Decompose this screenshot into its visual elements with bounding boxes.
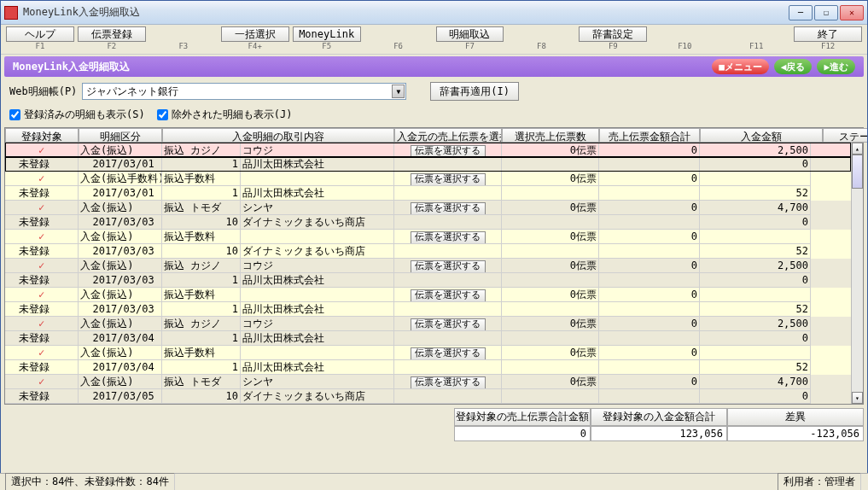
cell: 入金(振込): [79, 230, 162, 244]
cell: 振込手数料: [162, 230, 241, 244]
table-row[interactable]: 未登録 2017/03/0310ダイナミックまるいち商店0: [5, 215, 851, 230]
app-icon: [4, 6, 18, 20]
cell: ✓: [5, 143, 79, 158]
table-row[interactable]: ✓入金(振込手数料)振込手数料伝票を選択する0伝票0: [5, 172, 851, 186]
fkey-f4+-button[interactable]: 一括選択: [221, 26, 289, 42]
table-row[interactable]: 未登録 2017/03/041品川太田株式会社52: [5, 360, 851, 375]
show-registered-checkbox[interactable]: [9, 109, 20, 120]
maximize-button[interactable]: ☐: [814, 5, 838, 20]
cell: [241, 288, 394, 302]
display-options: 登録済みの明細も表示(S) 除外された明細も表示(J): [1, 104, 867, 125]
table-row[interactable]: 未登録 2017/03/041品川太田株式会社0: [5, 331, 851, 346]
select-slip-button[interactable]: 伝票を選択する: [411, 318, 486, 331]
column-header[interactable]: ステータス: [823, 128, 868, 143]
cell: [394, 215, 502, 230]
select-slip-button[interactable]: 伝票を選択する: [411, 202, 486, 215]
cell: 2017/03/03: [79, 215, 162, 230]
scroll-down-button[interactable]: ▾: [852, 392, 863, 404]
minimize-button[interactable]: ─: [789, 5, 813, 20]
nav-back-button[interactable]: ◀戻る: [774, 59, 813, 74]
table-row[interactable]: ✓入金(振込)振込 カジノコウジ伝票を選択する0伝票02,500: [5, 259, 851, 273]
column-header[interactable]: 入金金額: [700, 128, 823, 143]
bank-select[interactable]: [82, 83, 406, 100]
fkey-f12-button[interactable]: 終了: [794, 26, 862, 42]
table-row[interactable]: ✓入金(振込)振込手数料伝票を選択する0伝票0: [5, 230, 851, 244]
show-excluded-checkbox[interactable]: [157, 109, 168, 120]
status-selection-count: 選択中：84件、未登録件数：84件: [5, 473, 175, 490]
table-row[interactable]: ✓入金(振込)振込 カジノコウジ伝票を選択する0伝票02,500: [5, 317, 851, 331]
table-row[interactable]: 未登録 2017/03/031品川太田株式会社52: [5, 302, 851, 317]
column-header[interactable]: 入金元の売上伝票を選択: [394, 128, 502, 143]
fkey-f5-button[interactable]: MoneyLink: [293, 26, 361, 42]
cell: 10: [162, 215, 241, 230]
table-row[interactable]: ✓入金(振込)振込手数料伝票を選択する0伝票0: [5, 346, 851, 360]
column-header[interactable]: 売上伝票金額合計: [599, 128, 700, 143]
cell: ✓: [5, 288, 79, 302]
table-row[interactable]: ✓入金(振込)振込 トモダシンヤ伝票を選択する0伝票04,700: [5, 375, 851, 389]
cell: 未登録: [5, 360, 79, 375]
cell: 2,500: [700, 259, 811, 273]
cell: 入金(振込): [79, 346, 162, 360]
table-row[interactable]: ✓入金(振込)振込 カジノコウジ伝票を選択する0伝票02,500: [5, 143, 851, 157]
cell: [241, 230, 394, 244]
column-header[interactable]: 入金明細の取引内容: [162, 128, 394, 143]
cell: [502, 215, 599, 230]
fkey-f9-button[interactable]: 辞書設定: [579, 26, 647, 42]
column-header[interactable]: 明細区分: [79, 128, 162, 143]
table-row[interactable]: 未登録 2017/03/0510ダイナミックまるいち商店0: [5, 389, 851, 404]
cell: 品川太田株式会社: [241, 186, 394, 201]
cell: 未登録: [5, 215, 79, 230]
cell: 未登録: [5, 389, 79, 404]
table-row[interactable]: 未登録 2017/03/011品川太田株式会社0: [5, 157, 851, 172]
fkey-f2-button[interactable]: 伝票登録: [78, 26, 146, 42]
cell: 1: [162, 302, 241, 317]
show-excluded-check[interactable]: 除外された明細も表示(J): [157, 108, 293, 122]
cell: 伝票を選択する: [394, 172, 502, 186]
cell: 振込 カジノ: [162, 259, 241, 273]
select-slip-button[interactable]: 伝票を選択する: [411, 173, 486, 186]
fkey-f7-button[interactable]: 明細取込: [436, 26, 504, 42]
nav-forward-button[interactable]: ▶進む: [817, 59, 855, 74]
reapply-dictionary-button[interactable]: 辞書再適用(I): [430, 82, 519, 101]
window-title: MoneyLink入金明細取込: [23, 5, 789, 20]
select-slip-button[interactable]: 伝票を選択する: [411, 376, 486, 389]
cell: 伝票を選択する: [394, 375, 502, 389]
check-icon: ✓: [38, 201, 44, 213]
web-detail-label: Web明細帳(P): [9, 85, 77, 99]
dropdown-icon[interactable]: ▼: [392, 85, 405, 98]
fkey-label: F6: [393, 42, 403, 52]
check-icon: ✓: [38, 376, 44, 388]
column-header[interactable]: 選択売上伝票数: [502, 128, 599, 143]
select-slip-button[interactable]: 伝票を選択する: [411, 145, 486, 158]
cell: 2017/03/04: [79, 360, 162, 375]
table-row[interactable]: 未登録 2017/03/031品川太田株式会社0: [5, 273, 851, 288]
cell: 0伝票: [502, 201, 599, 215]
select-slip-button[interactable]: 伝票を選択する: [411, 347, 486, 360]
column-header[interactable]: 登録対象: [5, 128, 79, 143]
cell: 振込 カジノ: [162, 143, 241, 158]
select-slip-button[interactable]: 伝票を選択する: [411, 260, 486, 273]
cell: 未登録: [5, 331, 79, 346]
fkey-f1-button[interactable]: ヘルプ: [6, 26, 74, 42]
cell: [700, 230, 811, 244]
select-slip-button[interactable]: 伝票を選択する: [411, 231, 486, 244]
show-registered-check[interactable]: 登録済みの明細も表示(S): [9, 108, 145, 122]
cell: 品川太田株式会社: [241, 360, 394, 375]
window-controls: ─ ☐ ✕: [789, 5, 864, 20]
cell: 伝票を選択する: [394, 317, 502, 331]
scroll-up-button[interactable]: ▴: [852, 143, 863, 155]
table-row[interactable]: 未登録 2017/03/0310ダイナミックまるいち商店52: [5, 244, 851, 259]
table-row[interactable]: ✓入金(振込)振込 トモダシンヤ伝票を選択する0伝票04,700: [5, 201, 851, 215]
scroll-thumb[interactable]: [852, 155, 863, 189]
vertical-scrollbar[interactable]: ▴ ▾: [851, 143, 863, 404]
cell: 振込 カジノ: [162, 317, 241, 331]
close-button[interactable]: ✕: [840, 5, 864, 20]
cell: [700, 288, 811, 302]
table-row[interactable]: ✓入金(振込)振込手数料伝票を選択する0伝票0: [5, 288, 851, 302]
table-row[interactable]: 未登録 2017/03/011品川太田株式会社52: [5, 186, 851, 201]
cell: 0: [700, 331, 811, 346]
fkey-label: F8: [537, 42, 546, 52]
nav-menu-button[interactable]: ■メニュー: [712, 59, 769, 74]
select-slip-button[interactable]: 伝票を選択する: [411, 289, 486, 302]
cell: 伝票を選択する: [394, 346, 502, 360]
